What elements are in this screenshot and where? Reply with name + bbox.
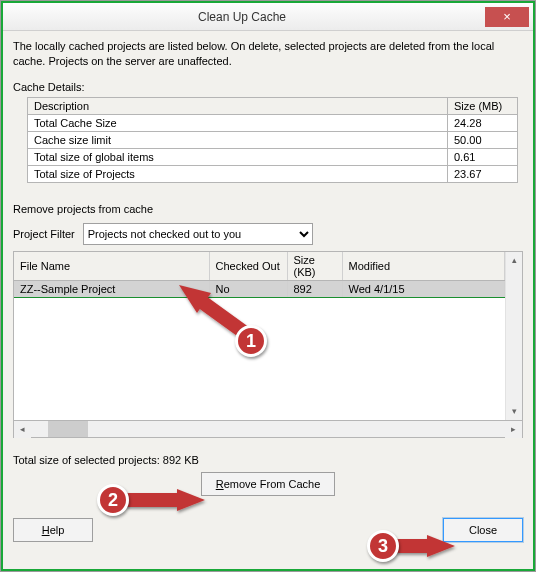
horizontal-scrollbar[interactable]: ◂ ▸ bbox=[13, 421, 523, 438]
window-title: Clean Up Cache bbox=[3, 10, 481, 24]
list-header: File Name Checked Out Size (KB) Modified bbox=[14, 252, 505, 281]
scroll-up-icon[interactable]: ▴ bbox=[506, 252, 522, 269]
vertical-scrollbar[interactable]: ▴ ▾ bbox=[505, 252, 522, 420]
close-button[interactable]: Close bbox=[443, 518, 523, 542]
table-row: Total size of Projects 23.67 bbox=[28, 165, 518, 182]
scroll-down-icon[interactable]: ▾ bbox=[506, 403, 522, 420]
table-row: Cache size limit 50.00 bbox=[28, 131, 518, 148]
help-button[interactable]: Help bbox=[13, 518, 93, 542]
col-size-mb: Size (MB) bbox=[448, 97, 518, 114]
scroll-thumb[interactable] bbox=[48, 421, 88, 437]
table-row: Total Cache Size 24.28 bbox=[28, 114, 518, 131]
cache-details-table: Description Size (MB) Total Cache Size 2… bbox=[27, 97, 518, 183]
remove-section-label: Remove projects from cache bbox=[13, 203, 523, 215]
scroll-right-icon[interactable]: ▸ bbox=[505, 421, 522, 438]
intro-text: The locally cached projects are listed b… bbox=[13, 39, 523, 69]
window-close-button[interactable]: × bbox=[485, 7, 529, 27]
col-modified[interactable]: Modified bbox=[342, 252, 505, 281]
cache-details-label: Cache Details: bbox=[13, 81, 523, 93]
col-size-kb[interactable]: Size (KB) bbox=[287, 252, 342, 281]
list-item[interactable]: ZZ--Sample Project No 892 Wed 4/1/15 bbox=[14, 280, 505, 297]
selected-size-summary: Total size of selected projects: 892 KB bbox=[13, 454, 523, 466]
title-bar: Clean Up Cache × bbox=[3, 3, 533, 31]
col-description: Description bbox=[28, 97, 448, 114]
close-icon: × bbox=[503, 9, 511, 24]
table-row: Total size of global items 0.61 bbox=[28, 148, 518, 165]
col-file-name[interactable]: File Name bbox=[14, 252, 209, 281]
remove-from-cache-button[interactable]: Remove From Cache bbox=[201, 472, 336, 496]
project-list: File Name Checked Out Size (KB) Modified… bbox=[13, 251, 523, 421]
col-checked-out[interactable]: Checked Out bbox=[209, 252, 287, 281]
project-filter-label: Project Filter bbox=[13, 228, 75, 240]
scroll-left-icon[interactable]: ◂ bbox=[14, 421, 31, 438]
project-filter-select[interactable]: Projects not checked out to you bbox=[83, 223, 313, 245]
